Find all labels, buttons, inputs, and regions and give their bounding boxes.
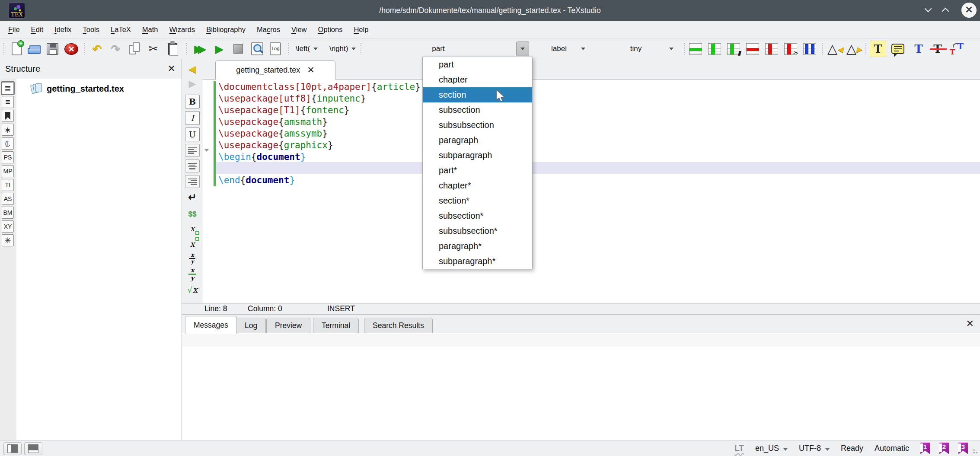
toolbar-grip[interactable] bbox=[3, 43, 5, 54]
menu-math[interactable]: Math bbox=[137, 21, 164, 38]
resize-grip[interactable] bbox=[973, 449, 979, 455]
bookmark-1-icon[interactable]: 1 bbox=[920, 443, 930, 454]
menu-options[interactable]: Options bbox=[313, 21, 348, 38]
cut-table-column-button[interactable]: ✂ bbox=[782, 41, 799, 57]
sidebar-tab-structure[interactable]: ≣ bbox=[2, 82, 14, 94]
right-delimiter-dropdown[interactable]: \right) bbox=[327, 41, 358, 57]
cut-button[interactable]: ✂ bbox=[145, 41, 162, 57]
subscript-button[interactable]: x bbox=[185, 222, 200, 235]
copy-button[interactable] bbox=[126, 41, 143, 57]
align-right-button[interactable] bbox=[185, 175, 200, 188]
close-window-button[interactable]: ✕ bbox=[961, 3, 977, 18]
dropdown-item-subparagraph[interactable]: subparagraph bbox=[423, 148, 532, 163]
paste-button[interactable] bbox=[164, 41, 181, 57]
back-button[interactable]: ◀ bbox=[185, 63, 200, 76]
line-ending-mode[interactable]: Automatic bbox=[875, 444, 909, 453]
sidebar-tab-symbols[interactable]: ∗ bbox=[2, 124, 14, 136]
languagetool-indicator[interactable]: LT bbox=[734, 443, 744, 453]
add-table-row-button[interactable] bbox=[687, 41, 704, 57]
toolbar-grip[interactable] bbox=[186, 43, 188, 54]
panel-tab-messages[interactable]: Messages bbox=[185, 316, 237, 334]
dropdown-item-subsubsection[interactable]: subsubsection bbox=[423, 118, 532, 133]
superscript-button[interactable]: x bbox=[185, 237, 200, 250]
label-combobox[interactable]: label bbox=[538, 41, 593, 57]
panel-tab-log[interactable]: Log bbox=[236, 318, 266, 333]
sidebar-tab-tikz[interactable]: TI bbox=[2, 179, 14, 191]
underline-button[interactable]: U bbox=[185, 128, 200, 141]
dropdown-item-part[interactable]: part bbox=[423, 57, 532, 72]
compile-button[interactable]: ▶ bbox=[211, 41, 227, 57]
sidebar-tab-line-markers[interactable]: ≡ bbox=[2, 96, 14, 108]
newline-button[interactable]: ↵ bbox=[185, 191, 200, 204]
forward-button[interactable]: ▶ bbox=[185, 77, 200, 90]
next-change-button[interactable]: △▶ bbox=[845, 41, 861, 57]
menu-file[interactable]: File bbox=[3, 21, 26, 38]
dropdown-item-paragraph[interactable]: paragraph bbox=[423, 133, 532, 148]
undo-button[interactable]: ↶ bbox=[89, 41, 105, 57]
messages-panel-close-button[interactable]: ✕ bbox=[966, 318, 974, 329]
text-color-button[interactable]: T bbox=[910, 41, 927, 57]
bookmark-2-icon[interactable]: 2 bbox=[939, 443, 949, 454]
close-document-button[interactable]: ✕ bbox=[63, 41, 80, 57]
align-left-button[interactable] bbox=[185, 144, 200, 157]
dropdown-item-chapter-star[interactable]: chapter* bbox=[423, 178, 532, 193]
align-table-columns-button[interactable] bbox=[801, 41, 818, 57]
code-line-3[interactable]: \usepackage[T1]{fontenc} bbox=[218, 105, 980, 116]
menu-edit[interactable]: Edit bbox=[26, 21, 49, 38]
bold-button[interactable]: B bbox=[185, 95, 200, 108]
toolbar-grip[interactable] bbox=[84, 43, 86, 54]
stop-button[interactable] bbox=[230, 41, 246, 57]
fraction-button[interactable]: xy bbox=[185, 268, 200, 281]
view-log-button[interactable]: log bbox=[267, 41, 284, 57]
add-table-column-button[interactable] bbox=[706, 41, 723, 57]
toolbar-grip[interactable] bbox=[684, 43, 686, 54]
sectioning-combobox[interactable]: part bbox=[364, 41, 533, 57]
toggle-structure-panel-button[interactable] bbox=[3, 442, 22, 455]
sidebar-tab-pstricks[interactable]: PS bbox=[2, 151, 14, 163]
align-center-button[interactable] bbox=[185, 159, 200, 172]
code-line-5[interactable]: \usepackage{amssymb} bbox=[218, 128, 980, 140]
panel-tab-search-results[interactable]: Search Results bbox=[364, 318, 433, 333]
panel-tab-terminal[interactable]: Terminal bbox=[313, 318, 359, 333]
toggle-messages-panel-button[interactable] bbox=[24, 442, 42, 455]
document-tab[interactable]: getting_started.tex ✕ bbox=[215, 61, 335, 80]
display-math-button[interactable]: $$ bbox=[185, 208, 200, 221]
panel-tab-preview[interactable]: Preview bbox=[266, 318, 310, 333]
build-and-view-button[interactable]: ▶▶ bbox=[192, 41, 208, 57]
document-tab-close-button[interactable]: ✕ bbox=[307, 65, 315, 75]
redo-button[interactable]: ↷ bbox=[107, 41, 124, 57]
sidebar-tab-asymptote[interactable]: AS bbox=[2, 193, 14, 205]
language-select[interactable]: en_US bbox=[755, 444, 788, 453]
encoding-select[interactable]: UTF-8 bbox=[799, 444, 830, 453]
menu-bibliography[interactable]: Bibliography bbox=[201, 21, 251, 38]
toolbar-grip[interactable] bbox=[288, 43, 290, 54]
label-combobox-arrow[interactable] bbox=[577, 41, 590, 56]
fold-marker-icon[interactable] bbox=[204, 149, 209, 152]
code-line-1[interactable]: \documentclass[10pt,a4paper]{article} bbox=[218, 81, 980, 93]
bookmark-3-icon[interactable]: 3 bbox=[958, 443, 968, 454]
save-button[interactable] bbox=[44, 41, 61, 57]
dropdown-item-subsection[interactable]: subsection bbox=[423, 102, 532, 118]
menu-idefix[interactable]: Idefix bbox=[49, 21, 77, 38]
dropdown-item-subsubsection-star[interactable]: subsubsection* bbox=[423, 223, 532, 239]
sidebar-tab-beamer[interactable]: BM bbox=[2, 207, 14, 219]
remove-table-row-button[interactable] bbox=[744, 41, 761, 57]
menu-tools[interactable]: Tools bbox=[77, 21, 105, 38]
sectioning-combobox-arrow[interactable] bbox=[516, 41, 529, 56]
menu-view[interactable]: View bbox=[286, 21, 312, 38]
remove-table-column-button[interactable] bbox=[763, 41, 780, 57]
minimize-button[interactable] bbox=[922, 3, 936, 17]
sidebar-tab-bookmarks[interactable] bbox=[2, 110, 14, 122]
left-delimiter-dropdown[interactable]: \left( bbox=[293, 41, 320, 57]
view-pdf-button[interactable] bbox=[249, 41, 265, 57]
dropdown-item-subsection-star[interactable]: subsection* bbox=[423, 208, 532, 223]
toolbar-grip[interactable] bbox=[361, 43, 362, 54]
dropdown-item-subparagraph-star[interactable]: subparagraph* bbox=[423, 254, 532, 269]
sidebar-tab-xypic[interactable]: XY bbox=[2, 220, 14, 233]
dropdown-item-paragraph-star[interactable]: paragraph* bbox=[423, 239, 532, 254]
square-root-button[interactable]: √x bbox=[185, 283, 200, 296]
code-line-9[interactable]: \end{document} bbox=[218, 175, 980, 186]
strikeout-text-button[interactable]: T bbox=[929, 41, 946, 57]
add-comment-button[interactable] bbox=[890, 41, 906, 57]
italic-button[interactable]: I bbox=[185, 111, 200, 125]
